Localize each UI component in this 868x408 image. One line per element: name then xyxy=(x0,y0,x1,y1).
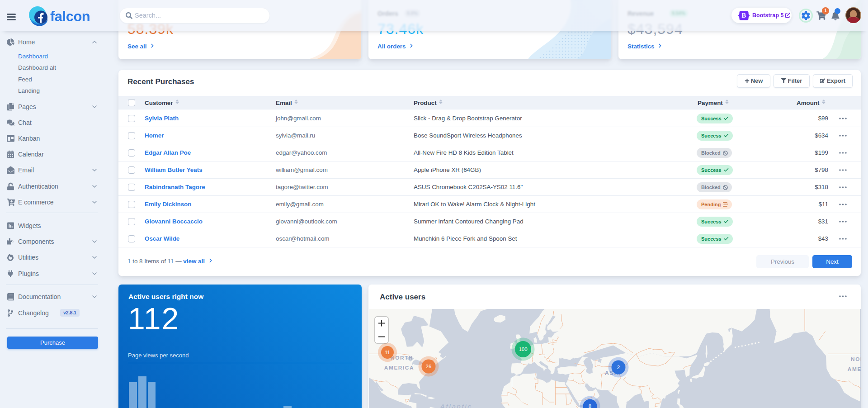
svg-text:100: 100 xyxy=(519,346,527,352)
svg-text:AMERICA: AMERICA xyxy=(384,365,414,371)
svg-text:8: 8 xyxy=(589,403,591,408)
svg-text:2: 2 xyxy=(617,365,620,370)
svg-text:B: B xyxy=(742,12,746,19)
svg-text:Atlantic: Atlantic xyxy=(440,403,472,408)
svg-text:AMERICA: AMERICA xyxy=(848,366,861,372)
svg-text:NORTH: NORTH xyxy=(851,356,861,362)
svg-text:26: 26 xyxy=(426,364,432,369)
svg-text:11: 11 xyxy=(385,350,390,355)
